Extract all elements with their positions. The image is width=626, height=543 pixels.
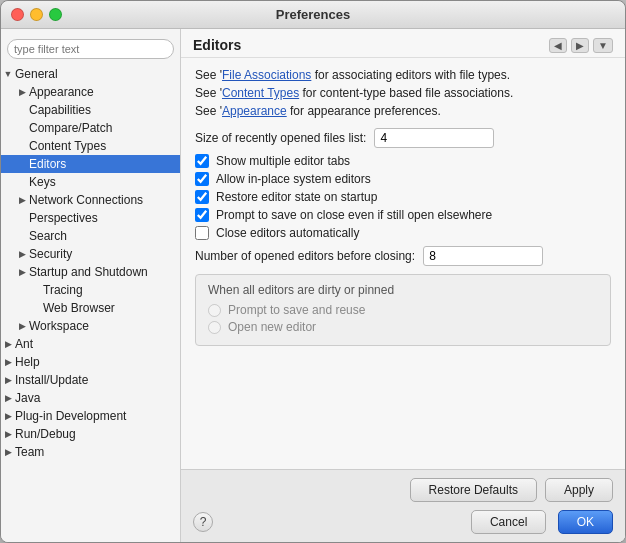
- radio-label-radio-new: Open new editor: [228, 320, 316, 334]
- info-lines: See 'File Associations for associating e…: [195, 68, 611, 118]
- tree-arrow-help: ▶: [1, 357, 15, 367]
- sidebar-label-startup-shutdown: Startup and Shutdown: [29, 265, 148, 279]
- sidebar-item-tracing[interactable]: Tracing: [1, 281, 180, 299]
- sidebar: ▼General▶AppearanceCapabilitiesCompare/P…: [1, 29, 181, 542]
- help-button[interactable]: ?: [193, 512, 213, 532]
- dirty-pinned-section: When all editors are dirty or pinned Pro…: [195, 274, 611, 346]
- sidebar-item-keys[interactable]: Keys: [1, 173, 180, 191]
- sidebar-item-appearance[interactable]: ▶Appearance: [1, 83, 180, 101]
- tree-arrow-team: ▶: [1, 447, 15, 457]
- sidebar-item-perspectives[interactable]: Perspectives: [1, 209, 180, 227]
- sidebar-label-perspectives: Perspectives: [29, 211, 98, 225]
- sidebar-label-ant: Ant: [15, 337, 33, 351]
- maximize-button[interactable]: [49, 8, 62, 21]
- header-arrows: ◀ ▶ ▼: [549, 38, 613, 53]
- sidebar-item-capabilities[interactable]: Capabilities: [1, 101, 180, 119]
- file-list-row: Size of recently opened files list:: [195, 128, 611, 148]
- ok-button[interactable]: OK: [558, 510, 613, 534]
- main-header: Editors ◀ ▶ ▼: [181, 29, 625, 58]
- sidebar-item-plugin-development[interactable]: ▶Plug-in Development: [1, 407, 180, 425]
- minimize-button[interactable]: [30, 8, 43, 21]
- checkbox-row-allow-inplace: Allow in-place system editors: [195, 172, 611, 186]
- sidebar-item-content-types[interactable]: Content Types: [1, 137, 180, 155]
- sidebar-label-plugin-development: Plug-in Development: [15, 409, 126, 423]
- info-line-1: See 'Content Types for content-type base…: [195, 86, 611, 100]
- sidebar-item-web-browser[interactable]: Web Browser: [1, 299, 180, 317]
- sidebar-label-help: Help: [15, 355, 40, 369]
- checkbox-prompt-save[interactable]: [195, 208, 209, 222]
- sidebar-label-tracing: Tracing: [43, 283, 83, 297]
- sidebar-item-compare-patch[interactable]: Compare/Patch: [1, 119, 180, 137]
- top-buttons: Restore Defaults Apply: [193, 478, 613, 502]
- sidebar-item-editors[interactable]: Editors: [1, 155, 180, 173]
- sidebar-item-run-debug[interactable]: ▶Run/Debug: [1, 425, 180, 443]
- info-line-0: See 'File Associations for associating e…: [195, 68, 611, 82]
- info-line-2: See 'Appearance for appearance preferenc…: [195, 104, 611, 118]
- checkbox-close-auto[interactable]: [195, 226, 209, 240]
- sidebar-label-web-browser: Web Browser: [43, 301, 115, 315]
- radio-radio-new[interactable]: [208, 321, 221, 334]
- checkbox-label-restore-state: Restore editor state on startup: [216, 190, 377, 204]
- sidebar-label-capabilities: Capabilities: [29, 103, 91, 117]
- file-list-label: Size of recently opened files list:: [195, 131, 366, 145]
- sidebar-item-java[interactable]: ▶Java: [1, 389, 180, 407]
- sidebar-item-security[interactable]: ▶Security: [1, 245, 180, 263]
- radio-radio-reuse[interactable]: [208, 304, 221, 317]
- file-list-input[interactable]: [374, 128, 494, 148]
- checkbox-restore-state[interactable]: [195, 190, 209, 204]
- sidebar-label-appearance: Appearance: [29, 85, 94, 99]
- checkbox-label-show-tabs: Show multiple editor tabs: [216, 154, 350, 168]
- ok-cancel-group: Cancel OK: [471, 510, 613, 534]
- sidebar-item-startup-shutdown[interactable]: ▶Startup and Shutdown: [1, 263, 180, 281]
- checkboxes-container: Show multiple editor tabsAllow in-place …: [195, 154, 611, 240]
- prev-arrow[interactable]: ◀: [549, 38, 567, 53]
- title-bar: Preferences: [1, 1, 625, 29]
- close-button[interactable]: [11, 8, 24, 21]
- info-link-1[interactable]: Content Types: [222, 86, 299, 100]
- info-link-0[interactable]: File Associations: [222, 68, 311, 82]
- sidebar-item-network-connections[interactable]: ▶Network Connections: [1, 191, 180, 209]
- sidebar-item-team[interactable]: ▶Team: [1, 443, 180, 461]
- sidebar-label-run-debug: Run/Debug: [15, 427, 76, 441]
- sidebar-item-workspace[interactable]: ▶Workspace: [1, 317, 180, 335]
- checkbox-show-tabs[interactable]: [195, 154, 209, 168]
- cancel-button[interactable]: Cancel: [471, 510, 546, 534]
- sidebar-label-java: Java: [15, 391, 40, 405]
- main-panel: Editors ◀ ▶ ▼ See 'File Associations for…: [181, 29, 625, 542]
- tree-arrow-workspace: ▶: [15, 321, 29, 331]
- main-body: See 'File Associations for associating e…: [181, 58, 625, 469]
- sidebar-label-network-connections: Network Connections: [29, 193, 143, 207]
- filter-input[interactable]: [7, 39, 174, 59]
- filter-box: [7, 39, 174, 59]
- sidebar-item-general[interactable]: ▼General: [1, 65, 180, 83]
- sidebar-label-team: Team: [15, 445, 44, 459]
- bottom-bar: Restore Defaults Apply ? Cancel OK: [181, 469, 625, 542]
- tree-container: ▼General▶AppearanceCapabilitiesCompare/P…: [1, 65, 180, 461]
- sidebar-label-content-types: Content Types: [29, 139, 106, 153]
- sidebar-item-help[interactable]: ▶Help: [1, 353, 180, 371]
- checkbox-allow-inplace[interactable]: [195, 172, 209, 186]
- sidebar-item-ant[interactable]: ▶Ant: [1, 335, 180, 353]
- dropdown-arrow[interactable]: ▼: [593, 38, 613, 53]
- apply-button[interactable]: Apply: [545, 478, 613, 502]
- preferences-window: Preferences ▼General▶AppearanceCapabilit…: [0, 0, 626, 543]
- tree-arrow-install-update: ▶: [1, 375, 15, 385]
- checkbox-row-prompt-save: Prompt to save on close even if still op…: [195, 208, 611, 222]
- sidebar-item-install-update[interactable]: ▶Install/Update: [1, 371, 180, 389]
- radio-row-radio-new: Open new editor: [208, 320, 598, 334]
- info-link-2[interactable]: Appearance: [222, 104, 287, 118]
- num-editors-input[interactable]: [423, 246, 543, 266]
- radio-row-radio-reuse: Prompt to save and reuse: [208, 303, 598, 317]
- restore-defaults-button[interactable]: Restore Defaults: [410, 478, 537, 502]
- sidebar-item-search[interactable]: Search: [1, 227, 180, 245]
- tree-arrow-general: ▼: [1, 69, 15, 79]
- tree-arrow-network-connections: ▶: [15, 195, 29, 205]
- sidebar-label-install-update: Install/Update: [15, 373, 88, 387]
- tree-arrow-ant: ▶: [1, 339, 15, 349]
- checkbox-row-show-tabs: Show multiple editor tabs: [195, 154, 611, 168]
- next-arrow[interactable]: ▶: [571, 38, 589, 53]
- sidebar-label-workspace: Workspace: [29, 319, 89, 333]
- window-title: Preferences: [276, 7, 350, 22]
- checkbox-label-close-auto: Close editors automatically: [216, 226, 359, 240]
- radios-container: Prompt to save and reuseOpen new editor: [208, 303, 598, 334]
